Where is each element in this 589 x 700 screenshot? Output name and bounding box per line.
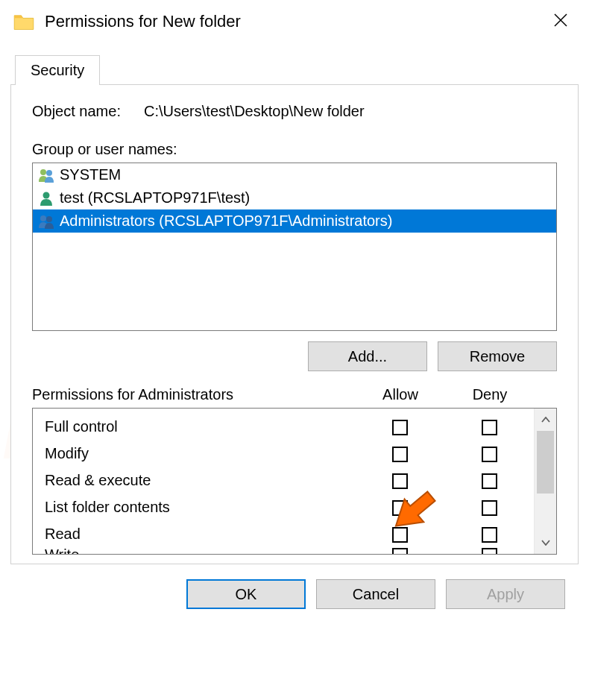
svg-point-4 xyxy=(46,216,52,222)
permissions-header: Permissions for Administrators Allow Den… xyxy=(32,386,557,403)
svg-point-3 xyxy=(40,215,46,221)
permission-name: Modify xyxy=(45,445,355,462)
permissions-list: Full control Modify Read & execute List … xyxy=(32,408,557,555)
allow-checkbox[interactable] xyxy=(392,527,408,543)
user-row[interactable]: SYSTEM xyxy=(33,163,556,186)
deny-checkbox[interactable] xyxy=(482,527,497,543)
permission-name: Write xyxy=(45,547,355,555)
dialog-buttons: OK Cancel Apply xyxy=(10,564,579,609)
deny-checkbox[interactable] xyxy=(482,500,497,516)
tab-strip: Security xyxy=(15,55,579,85)
user-row[interactable]: Administrators (RCSLAPTOP971F\Administra… xyxy=(33,209,556,233)
allow-checkbox[interactable] xyxy=(392,420,408,435)
object-name-label: Object name: xyxy=(32,103,144,120)
user-row[interactable]: test (RCSLAPTOP971F\test) xyxy=(33,186,556,209)
ok-button[interactable]: OK xyxy=(186,579,306,609)
allow-checkbox[interactable] xyxy=(392,548,408,555)
svg-point-0 xyxy=(40,169,46,175)
deny-checkbox[interactable] xyxy=(482,473,497,489)
permission-row: List folder contents xyxy=(45,494,534,520)
add-button[interactable]: Add... xyxy=(308,341,427,371)
tab-content: Object name: C:\Users\test\Desktop\New f… xyxy=(10,84,579,564)
users-label: Group or user names: xyxy=(32,141,557,158)
tab-security[interactable]: Security xyxy=(15,55,100,85)
cancel-button[interactable]: Cancel xyxy=(316,579,435,609)
title-bar: Permissions for New folder xyxy=(0,0,589,48)
window-title: Permissions for New folder xyxy=(45,12,546,31)
scroll-down-icon[interactable] xyxy=(535,532,556,554)
apply-button[interactable]: Apply xyxy=(446,579,565,609)
scroll-thumb[interactable] xyxy=(537,431,554,494)
user-list[interactable]: SYSTEM test (RCSLAPTOP971F\test) Admi xyxy=(32,163,557,331)
deny-checkbox[interactable] xyxy=(482,548,497,555)
group-icon xyxy=(37,167,55,183)
svg-point-2 xyxy=(43,192,50,198)
deny-checkbox[interactable] xyxy=(482,447,497,462)
user-name: test (RCSLAPTOP971F\test) xyxy=(60,189,250,206)
user-name: Administrators (RCSLAPTOP971F\Administra… xyxy=(60,212,392,230)
object-name-row: Object name: C:\Users\test\Desktop\New f… xyxy=(32,103,557,120)
folder-icon xyxy=(13,13,34,31)
close-button[interactable] xyxy=(546,11,576,32)
permission-row: Read & execute xyxy=(45,467,534,494)
deny-checkbox[interactable] xyxy=(482,420,497,435)
allow-column-header: Allow xyxy=(356,386,445,403)
user-name: SYSTEM xyxy=(60,166,121,183)
permission-row: Read xyxy=(45,520,534,547)
allow-checkbox[interactable] xyxy=(392,500,408,516)
permission-name: List folder contents xyxy=(45,499,355,516)
permissions-for-label: Permissions for Administrators xyxy=(32,386,356,403)
permission-name: Full control xyxy=(45,418,355,435)
user-buttons-row: Add... Remove xyxy=(32,341,557,371)
user-icon xyxy=(37,190,55,206)
group-icon xyxy=(37,213,55,230)
allow-checkbox[interactable] xyxy=(392,473,408,489)
allow-checkbox[interactable] xyxy=(392,447,408,462)
permission-row: Write xyxy=(45,547,534,555)
permission-name: Read & execute xyxy=(45,472,355,489)
permission-name: Read xyxy=(45,526,355,543)
scrollbar[interactable] xyxy=(534,409,556,554)
remove-button[interactable]: Remove xyxy=(438,341,557,371)
deny-column-header: Deny xyxy=(445,386,535,403)
svg-point-1 xyxy=(46,170,52,176)
permission-row: Full control xyxy=(45,413,534,440)
object-path: C:\Users\test\Desktop\New folder xyxy=(144,103,365,120)
scroll-up-icon[interactable] xyxy=(535,409,556,431)
scroll-track[interactable] xyxy=(535,431,556,532)
permission-row: Modify xyxy=(45,440,534,467)
